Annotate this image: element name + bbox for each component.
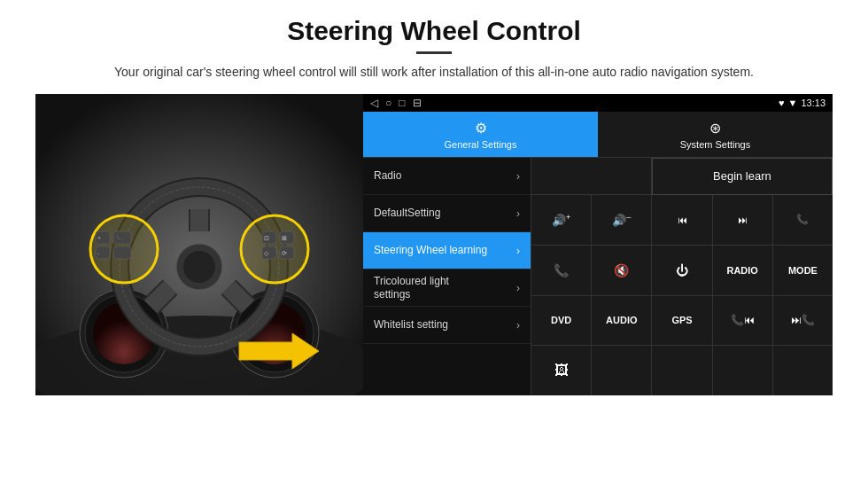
location-icon: ♥ bbox=[779, 98, 785, 108]
menu-defaultsetting-label: DefaultSetting bbox=[374, 207, 440, 219]
audio-button[interactable]: AUDIO bbox=[592, 296, 652, 346]
mode-button[interactable]: MODE bbox=[773, 246, 833, 295]
page-title: Steering Wheel Control bbox=[287, 16, 581, 46]
tab-bar: ⚙ General Settings ⊛ System Settings bbox=[363, 112, 833, 158]
dvd-button[interactable]: DVD bbox=[531, 296, 592, 346]
svg-text:📞: 📞 bbox=[115, 233, 123, 241]
ctrl-grid: 🔊+ 🔊– ⏮ ⏭ 📞 bbox=[531, 195, 833, 395]
recents-icon[interactable]: □ bbox=[399, 97, 405, 109]
empty-cell-3 bbox=[713, 346, 773, 395]
menu-tricoloured-label: Tricoloured lightsettings bbox=[374, 275, 449, 301]
next-button[interactable]: ⏭ bbox=[713, 195, 773, 245]
ctrl-row-1: 🔊+ 🔊– ⏮ ⏭ 📞 bbox=[531, 195, 833, 246]
menu-panel: Radio › DefaultSetting › Steering Wheel … bbox=[363, 158, 531, 395]
vol-up-button[interactable]: 🔊+ bbox=[531, 195, 592, 245]
menu-whitelist-label: Whitelist setting bbox=[374, 318, 448, 331]
menu-item-steering[interactable]: Steering Wheel learning › bbox=[363, 232, 531, 270]
tab-system-label: System Settings bbox=[680, 139, 750, 150]
call-button[interactable]: 📞 bbox=[773, 195, 833, 245]
hangup-button[interactable]: 📞 bbox=[531, 246, 592, 295]
svg-text:⟳: ⟳ bbox=[282, 250, 287, 256]
page-container: Steering Wheel Control Your original car… bbox=[0, 0, 868, 500]
vol-up-icon: 🔊+ bbox=[552, 213, 570, 227]
chevron-icon: › bbox=[516, 245, 520, 257]
begin-learn-button[interactable]: Begin learn bbox=[652, 158, 833, 195]
status-info: ♥ ▼ 13:13 bbox=[779, 98, 825, 108]
svg-text:⊡: ⊡ bbox=[264, 235, 269, 241]
tab-system[interactable]: ⊛ System Settings bbox=[598, 112, 833, 157]
power-icon: ⏻ bbox=[676, 263, 688, 277]
nav-icons: ◁ ○ □ ⊟ bbox=[370, 97, 422, 109]
title-divider bbox=[416, 51, 452, 54]
gps-label: GPS bbox=[671, 315, 692, 325]
call-next-icon: ⏭📞 bbox=[791, 314, 815, 326]
menu-steering-label: Steering Wheel learning bbox=[374, 244, 487, 256]
chevron-icon: › bbox=[516, 319, 520, 332]
page-subtitle: Your original car's steering wheel contr… bbox=[114, 63, 754, 82]
radio-label: RADIO bbox=[726, 265, 757, 276]
content-row: + - 📞 ⊡ ◇ ⊠ ⟳ bbox=[35, 94, 833, 395]
ctrl-row-3: DVD AUDIO GPS 📞⏮ bbox=[531, 296, 833, 347]
empty-cell-2 bbox=[652, 346, 712, 395]
call-next-button[interactable]: ⏭📞 bbox=[773, 296, 833, 346]
menu-item-defaultsetting[interactable]: DefaultSetting › bbox=[363, 195, 531, 232]
tab-general[interactable]: ⚙ General Settings bbox=[363, 112, 598, 157]
vol-down-button[interactable]: 🔊– bbox=[592, 195, 652, 245]
system-settings-icon: ⊛ bbox=[709, 120, 721, 137]
next-icon: ⏭ bbox=[738, 215, 748, 225]
hangup-icon: 📞 bbox=[554, 263, 569, 277]
car-image-area: + - 📞 ⊡ ◇ ⊠ ⟳ bbox=[35, 94, 363, 395]
radio-mode-button[interactable]: RADIO bbox=[713, 246, 773, 295]
tab-general-label: General Settings bbox=[445, 139, 517, 150]
call-prev-button[interactable]: 📞⏮ bbox=[713, 296, 773, 346]
chevron-icon: › bbox=[516, 282, 520, 294]
prev-button[interactable]: ⏮ bbox=[652, 195, 712, 245]
menu-radio-label: Radio bbox=[374, 169, 401, 182]
menu-item-tricoloured[interactable]: Tricoloured lightsettings › bbox=[363, 270, 531, 307]
main-area: Radio › DefaultSetting › Steering Wheel … bbox=[363, 158, 833, 395]
back-icon[interactable]: ◁ bbox=[370, 97, 378, 109]
clock: 13:13 bbox=[801, 98, 825, 108]
svg-text:⊠: ⊠ bbox=[282, 235, 287, 241]
android-ui: ◁ ○ □ ⊟ ♥ ▼ 13:13 ⚙ General Settings bbox=[363, 94, 833, 395]
chevron-icon: › bbox=[516, 207, 520, 220]
general-settings-icon: ⚙ bbox=[475, 120, 487, 137]
call-prev-icon: 📞⏮ bbox=[731, 314, 755, 326]
svg-point-21 bbox=[183, 251, 215, 283]
dvd-label: DVD bbox=[551, 315, 571, 325]
home-icon[interactable]: ○ bbox=[385, 97, 391, 109]
signal-icon: ▼ bbox=[788, 98, 798, 108]
controls-top-row: Begin learn bbox=[531, 158, 833, 195]
empty-cell-1 bbox=[592, 346, 652, 395]
power-button[interactable]: ⏻ bbox=[652, 246, 712, 295]
menu-icon[interactable]: ⊟ bbox=[413, 97, 422, 109]
mute-button[interactable]: 🔇 bbox=[592, 246, 652, 295]
mode-label: MODE bbox=[788, 265, 818, 276]
controls-panel: Begin learn 🔊+ 🔊– bbox=[531, 158, 833, 395]
media-button[interactable]: 🖼 bbox=[531, 346, 592, 395]
menu-item-radio[interactable]: Radio › bbox=[363, 158, 531, 195]
gps-button[interactable]: GPS bbox=[652, 296, 712, 346]
status-bar: ◁ ○ □ ⊟ ♥ ▼ 13:13 bbox=[363, 94, 833, 112]
empty-cell bbox=[531, 158, 652, 195]
media-icon: 🖼 bbox=[554, 363, 569, 379]
menu-item-whitelist[interactable]: Whitelist setting › bbox=[363, 307, 531, 344]
svg-rect-26 bbox=[113, 246, 131, 259]
svg-text:+: + bbox=[97, 235, 101, 241]
audio-label: AUDIO bbox=[606, 315, 637, 325]
chevron-icon: › bbox=[516, 170, 520, 183]
vol-down-icon: 🔊– bbox=[612, 213, 631, 227]
call-icon: 📞 bbox=[796, 214, 809, 225]
ctrl-row-2: 📞 🔇 ⏻ RADIO MO bbox=[531, 246, 833, 296]
empty-cell-4 bbox=[773, 346, 833, 395]
ctrl-row-4: 🖼 bbox=[531, 346, 833, 395]
mute-icon: 🔇 bbox=[614, 263, 629, 277]
prev-icon: ⏮ bbox=[678, 215, 687, 225]
